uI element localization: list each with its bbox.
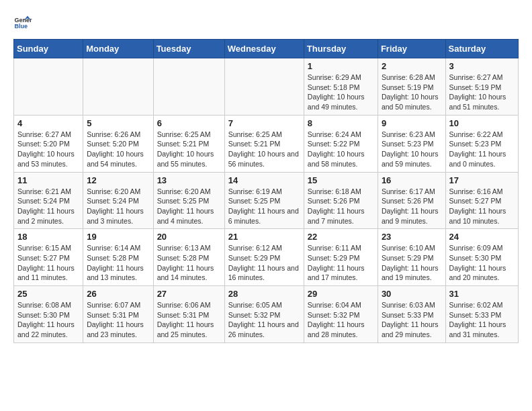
- day-number: 27: [157, 289, 221, 299]
- calendar-cell: 7Sunrise: 6:25 AMSunset: 5:21 PMDaylight…: [224, 115, 304, 172]
- calendar-cell: 18Sunrise: 6:15 AMSunset: 5:27 PMDayligh…: [14, 229, 83, 286]
- day-info: Sunrise: 6:20 AMSunset: 5:24 PMDaylight:…: [87, 187, 149, 226]
- calendar-cell: 30Sunrise: 6:03 AMSunset: 5:33 PMDayligh…: [378, 286, 445, 343]
- calendar-cell: 5Sunrise: 6:26 AMSunset: 5:20 PMDaylight…: [83, 115, 153, 172]
- day-info: Sunrise: 6:10 AMSunset: 5:29 PMDaylight:…: [382, 243, 442, 283]
- calendar-cell: 12Sunrise: 6:20 AMSunset: 5:24 PMDayligh…: [83, 172, 153, 229]
- column-header-monday: Monday: [83, 40, 153, 58]
- calendar-header-row: SundayMondayTuesdayWednesdayThursdayFrid…: [14, 40, 519, 58]
- calendar-cell: 13Sunrise: 6:20 AMSunset: 5:25 PMDayligh…: [153, 172, 224, 229]
- day-number: 14: [228, 175, 300, 185]
- day-info: Sunrise: 6:29 AMSunset: 5:18 PMDaylight:…: [308, 73, 374, 112]
- day-info: Sunrise: 6:25 AMSunset: 5:21 PMDaylight:…: [228, 130, 300, 169]
- page-header: General Blue: [13, 13, 519, 32]
- calendar-cell: 4Sunrise: 6:27 AMSunset: 5:20 PMDaylight…: [14, 115, 83, 172]
- day-info: Sunrise: 6:15 AMSunset: 5:27 PMDaylight:…: [17, 243, 79, 283]
- calendar-cell: 31Sunrise: 6:02 AMSunset: 5:33 PMDayligh…: [445, 286, 518, 343]
- day-number: 17: [449, 175, 515, 185]
- column-header-sunday: Sunday: [14, 40, 83, 58]
- day-number: 19: [87, 232, 149, 242]
- calendar-cell: 15Sunrise: 6:18 AMSunset: 5:26 PMDayligh…: [304, 172, 378, 229]
- day-number: 29: [308, 289, 374, 299]
- logo: General Blue: [13, 13, 35, 32]
- calendar-cell: 23Sunrise: 6:10 AMSunset: 5:29 PMDayligh…: [378, 229, 445, 286]
- column-header-tuesday: Tuesday: [153, 40, 224, 58]
- day-info: Sunrise: 6:18 AMSunset: 5:26 PMDaylight:…: [308, 187, 374, 226]
- day-number: 28: [228, 289, 300, 299]
- day-number: 13: [157, 175, 221, 185]
- day-number: 7: [228, 118, 300, 128]
- calendar-cell: [224, 58, 304, 116]
- day-info: Sunrise: 6:27 AMSunset: 5:19 PMDaylight:…: [449, 73, 515, 112]
- calendar-cell: 20Sunrise: 6:13 AMSunset: 5:28 PMDayligh…: [153, 229, 224, 286]
- day-number: 21: [228, 232, 300, 242]
- day-number: 9: [382, 118, 442, 128]
- day-number: 11: [17, 175, 79, 185]
- day-info: Sunrise: 6:17 AMSunset: 5:26 PMDaylight:…: [382, 187, 442, 226]
- calendar-cell: 22Sunrise: 6:11 AMSunset: 5:29 PMDayligh…: [304, 229, 378, 286]
- day-info: Sunrise: 6:24 AMSunset: 5:22 PMDaylight:…: [308, 130, 374, 169]
- day-info: Sunrise: 6:28 AMSunset: 5:19 PMDaylight:…: [382, 73, 442, 112]
- day-info: Sunrise: 6:20 AMSunset: 5:25 PMDaylight:…: [157, 187, 221, 226]
- day-info: Sunrise: 6:11 AMSunset: 5:29 PMDaylight:…: [308, 243, 374, 283]
- day-info: Sunrise: 6:14 AMSunset: 5:28 PMDaylight:…: [87, 243, 149, 283]
- calendar-cell: 26Sunrise: 6:07 AMSunset: 5:31 PMDayligh…: [83, 286, 153, 343]
- day-info: Sunrise: 6:12 AMSunset: 5:29 PMDaylight:…: [228, 243, 300, 283]
- calendar-cell: 27Sunrise: 6:06 AMSunset: 5:31 PMDayligh…: [153, 286, 224, 343]
- calendar-cell: [14, 58, 83, 116]
- day-number: 3: [449, 61, 515, 71]
- day-info: Sunrise: 6:22 AMSunset: 5:23 PMDaylight:…: [449, 130, 515, 169]
- day-number: 20: [157, 232, 221, 242]
- calendar-cell: 16Sunrise: 6:17 AMSunset: 5:26 PMDayligh…: [378, 172, 445, 229]
- day-info: Sunrise: 6:21 AMSunset: 5:24 PMDaylight:…: [17, 187, 79, 226]
- day-number: 6: [157, 118, 221, 128]
- calendar-cell: 14Sunrise: 6:19 AMSunset: 5:25 PMDayligh…: [224, 172, 304, 229]
- calendar-week-row: 25Sunrise: 6:08 AMSunset: 5:30 PMDayligh…: [14, 286, 519, 343]
- day-number: 25: [17, 289, 79, 299]
- day-number: 8: [308, 118, 374, 128]
- column-header-friday: Friday: [378, 40, 445, 58]
- calendar-cell: 8Sunrise: 6:24 AMSunset: 5:22 PMDaylight…: [304, 115, 378, 172]
- day-info: Sunrise: 6:19 AMSunset: 5:25 PMDaylight:…: [228, 187, 300, 226]
- day-number: 2: [382, 61, 442, 71]
- day-info: Sunrise: 6:07 AMSunset: 5:31 PMDaylight:…: [87, 300, 149, 340]
- calendar-cell: 10Sunrise: 6:22 AMSunset: 5:23 PMDayligh…: [445, 115, 518, 172]
- calendar-cell: 9Sunrise: 6:23 AMSunset: 5:23 PMDaylight…: [378, 115, 445, 172]
- day-info: Sunrise: 6:03 AMSunset: 5:33 PMDaylight:…: [382, 300, 442, 340]
- column-header-thursday: Thursday: [304, 40, 378, 58]
- day-info: Sunrise: 6:23 AMSunset: 5:23 PMDaylight:…: [382, 130, 442, 169]
- day-info: Sunrise: 6:05 AMSunset: 5:32 PMDaylight:…: [228, 300, 300, 340]
- day-number: 30: [382, 289, 442, 299]
- calendar-week-row: 4Sunrise: 6:27 AMSunset: 5:20 PMDaylight…: [14, 115, 519, 172]
- day-info: Sunrise: 6:04 AMSunset: 5:32 PMDaylight:…: [308, 300, 374, 340]
- calendar-cell: 24Sunrise: 6:09 AMSunset: 5:30 PMDayligh…: [445, 229, 518, 286]
- calendar-cell: 17Sunrise: 6:16 AMSunset: 5:27 PMDayligh…: [445, 172, 518, 229]
- day-number: 18: [17, 232, 79, 242]
- day-info: Sunrise: 6:25 AMSunset: 5:21 PMDaylight:…: [157, 130, 221, 169]
- calendar-cell: 11Sunrise: 6:21 AMSunset: 5:24 PMDayligh…: [14, 172, 83, 229]
- calendar-table: SundayMondayTuesdayWednesdayThursdayFrid…: [13, 39, 519, 343]
- day-number: 1: [308, 61, 374, 71]
- calendar-cell: 1Sunrise: 6:29 AMSunset: 5:18 PMDaylight…: [304, 58, 378, 116]
- calendar-cell: 25Sunrise: 6:08 AMSunset: 5:30 PMDayligh…: [14, 286, 83, 343]
- calendar-week-row: 18Sunrise: 6:15 AMSunset: 5:27 PMDayligh…: [14, 229, 519, 286]
- calendar-cell: 29Sunrise: 6:04 AMSunset: 5:32 PMDayligh…: [304, 286, 378, 343]
- column-header-saturday: Saturday: [445, 40, 518, 58]
- day-info: Sunrise: 6:02 AMSunset: 5:33 PMDaylight:…: [449, 300, 515, 340]
- day-number: 15: [308, 175, 374, 185]
- calendar-cell: [83, 58, 153, 116]
- day-number: 31: [449, 289, 515, 299]
- day-info: Sunrise: 6:09 AMSunset: 5:30 PMDaylight:…: [449, 243, 515, 283]
- calendar-cell: [153, 58, 224, 116]
- day-number: 4: [17, 118, 79, 128]
- day-info: Sunrise: 6:08 AMSunset: 5:30 PMDaylight:…: [17, 300, 79, 340]
- day-number: 5: [87, 118, 149, 128]
- calendar-cell: 21Sunrise: 6:12 AMSunset: 5:29 PMDayligh…: [224, 229, 304, 286]
- day-number: 22: [308, 232, 374, 242]
- logo-icon: General Blue: [13, 13, 32, 32]
- day-info: Sunrise: 6:26 AMSunset: 5:20 PMDaylight:…: [87, 130, 149, 169]
- day-number: 12: [87, 175, 149, 185]
- calendar-cell: 28Sunrise: 6:05 AMSunset: 5:32 PMDayligh…: [224, 286, 304, 343]
- day-info: Sunrise: 6:13 AMSunset: 5:28 PMDaylight:…: [157, 243, 221, 283]
- day-info: Sunrise: 6:06 AMSunset: 5:31 PMDaylight:…: [157, 300, 221, 340]
